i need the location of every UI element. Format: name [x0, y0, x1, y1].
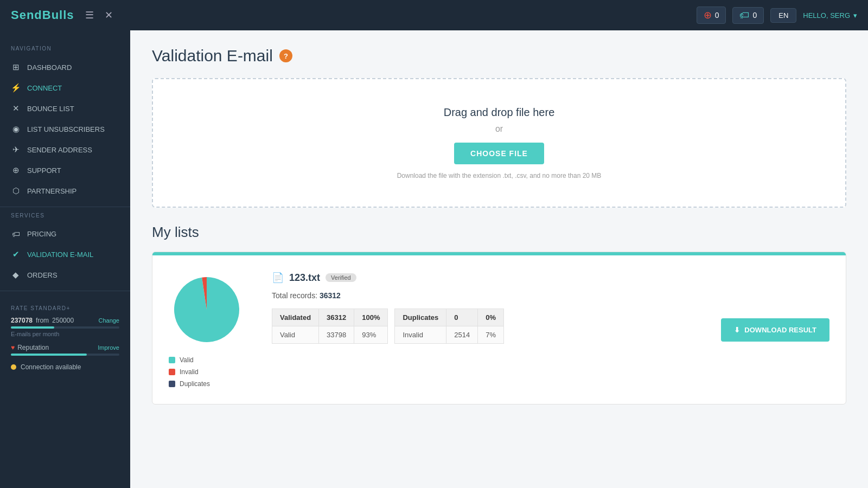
sidebar-item-dashboard[interactable]: ⊞ DASHBOARD: [0, 57, 130, 78]
pricing-icon: 🏷: [11, 229, 21, 239]
download-result-button[interactable]: ⬇ DOWNLOAD RESULT: [721, 318, 829, 342]
duplicates-header: Duplicates: [395, 309, 446, 326]
header-right: ⊕ 0 🏷 0 EN HELLO, SERG ▾: [697, 7, 857, 24]
sidebar: NAVIGATION ⊞ DASHBOARD ⚡ CONNECT ✕ BOUNC…: [0, 30, 130, 488]
list-card: Valid Invalid Duplicates: [152, 252, 846, 404]
legend-invalid-label: Invalid: [180, 368, 199, 376]
validated-header: Validated: [272, 309, 319, 326]
rate-bar-bg: [11, 326, 119, 329]
page-title-row: Validation E-mail ?: [152, 47, 846, 65]
sidebar-item-support[interactable]: ⊕ SUPPORT: [0, 160, 130, 181]
tag-badge[interactable]: 🏷 0: [732, 7, 764, 24]
valid-count-cell: 33798: [319, 326, 354, 344]
sidebar-item-partnership[interactable]: ⬡ PARTNERSHIP: [0, 181, 130, 201]
sidebar-divider-2: [0, 291, 130, 291]
help-icon[interactable]: ?: [279, 49, 292, 62]
verified-badge: Verified: [326, 273, 356, 282]
logo-text: SendBulls: [11, 8, 74, 22]
table-row: Duplicates 0 0%: [395, 309, 503, 326]
sidebar-label-pricing: PRICING: [27, 230, 56, 238]
rate-desc: E-mails per month: [11, 331, 119, 337]
rep-bar-bg: [11, 354, 119, 356]
total-label: Total records:: [272, 291, 317, 300]
file-info: 📄 123.txt Verified Total records: 36312: [272, 272, 710, 344]
rate-change-link[interactable]: Change: [98, 317, 119, 324]
stats-table-right: Duplicates 0 0% Invalid 2514 7%: [394, 309, 503, 344]
lang-button[interactable]: EN: [770, 8, 796, 23]
support-icon: ⊕: [11, 165, 21, 175]
improve-link[interactable]: Improve: [98, 344, 119, 351]
lifesaver-icon: ⊕: [704, 9, 712, 21]
sidebar-item-list-unsubscribers[interactable]: ◉ LIST UNSUBSCRIBERS: [0, 119, 130, 139]
download-btn-label: DOWNLOAD RESULT: [744, 326, 816, 334]
sidebar-divider: [0, 207, 130, 207]
badge1-count: 0: [715, 11, 719, 20]
user-greeting: HELLO, SERG: [803, 11, 850, 20]
bounce-icon: ✕: [11, 104, 21, 113]
sidebar-label-partnership: PARTNERSHIP: [27, 187, 76, 195]
nav-section-label: NAVIGATION: [0, 46, 130, 57]
user-chevron-icon: ▾: [853, 11, 857, 20]
list-card-body: Valid Invalid Duplicates: [152, 255, 846, 404]
invalid-pct-cell: 7%: [478, 326, 504, 344]
legend: Valid Invalid Duplicates: [169, 356, 256, 388]
connection-dot: [11, 364, 16, 370]
valid-slice: [174, 277, 239, 342]
sidebar-label-orders: ORDERS: [27, 271, 58, 279]
list-icon: ◉: [11, 124, 21, 134]
dropzone-hint: Download the file with the extension .tx…: [164, 172, 834, 179]
rate-bar-fill: [11, 326, 54, 329]
sidebar-item-pricing[interactable]: 🏷 PRICING: [0, 224, 130, 244]
invalid-count-cell: 2514: [446, 326, 478, 344]
pie-container: Valid Invalid Duplicates: [169, 272, 256, 388]
table-row: Invalid 2514 7%: [395, 326, 503, 344]
sidebar-item-validation-email[interactable]: ✔ VALIDATION E-MAIL: [0, 244, 130, 265]
rate-total: 250000: [52, 317, 74, 324]
user-menu[interactable]: HELLO, SERG ▾: [803, 11, 857, 20]
close-icon[interactable]: ✕: [105, 9, 113, 21]
dropzone: Drag and drop file here or CHOOSE FILE D…: [152, 78, 846, 208]
sidebar-item-bounce-list[interactable]: ✕ BOUNCE LIST: [0, 98, 130, 119]
rate-label: RATE STANDARD+: [11, 305, 119, 311]
partnership-icon: ⬡: [11, 186, 21, 196]
file-name: 123.txt: [289, 272, 320, 284]
sidebar-label-bounce: BOUNCE LIST: [27, 105, 74, 113]
sidebar-label-support: SUPPORT: [27, 166, 61, 175]
table-row: Valid 33798 93%: [272, 326, 388, 344]
sidebar-item-sender-address[interactable]: ✈ SENDER ADDRESS: [0, 139, 130, 160]
header-left: SendBulls ☰ ✕: [11, 8, 113, 22]
tag-icon: 🏷: [739, 10, 749, 21]
download-icon: ⬇: [734, 326, 740, 334]
file-title-row: 📄 123.txt Verified: [272, 272, 710, 284]
sidebar-item-orders[interactable]: ◆ ORDERS: [0, 265, 130, 285]
legend-duplicates: Duplicates: [169, 380, 256, 388]
total-records: Total records: 36312: [272, 291, 710, 300]
legend-valid: Valid: [169, 356, 256, 364]
my-lists-title: My lists: [152, 224, 846, 241]
duplicates-dot: [169, 381, 175, 387]
sidebar-item-connect[interactable]: ⚡ CONNECT: [0, 78, 130, 98]
orders-icon: ◆: [11, 270, 21, 280]
invalid-label-cell: Invalid: [395, 326, 446, 344]
connect-icon: ⚡: [11, 83, 21, 93]
valid-label-cell: Valid: [272, 326, 319, 344]
validation-icon: ✔: [11, 249, 21, 259]
dropzone-title: Drag and drop file here: [164, 106, 834, 119]
sidebar-label-connect: CONNECT: [27, 84, 62, 92]
sidebar-label-validation: VALIDATION E-MAIL: [27, 251, 93, 259]
hamburger-icon[interactable]: ☰: [85, 9, 94, 21]
valid-dot: [169, 357, 175, 363]
legend-invalid: Invalid: [169, 368, 256, 376]
choose-file-button[interactable]: CHOOSE FILE: [454, 143, 544, 164]
dashboard-icon: ⊞: [11, 62, 21, 72]
reputation-label: ♥ Reputation: [11, 344, 49, 351]
main-content: Validation E-mail ? Drag and drop file h…: [130, 30, 868, 488]
logo: SendBulls: [11, 8, 74, 22]
total-value: 36312: [320, 291, 341, 300]
sidebar-label-dashboard: DASHBOARD: [27, 63, 72, 72]
pie-chart: [169, 272, 245, 348]
lifesaver-badge[interactable]: ⊕ 0: [697, 7, 726, 24]
file-icon: 📄: [272, 272, 284, 284]
reputation-row: ♥ Reputation Improve: [11, 344, 119, 351]
dropzone-or: or: [164, 124, 834, 134]
